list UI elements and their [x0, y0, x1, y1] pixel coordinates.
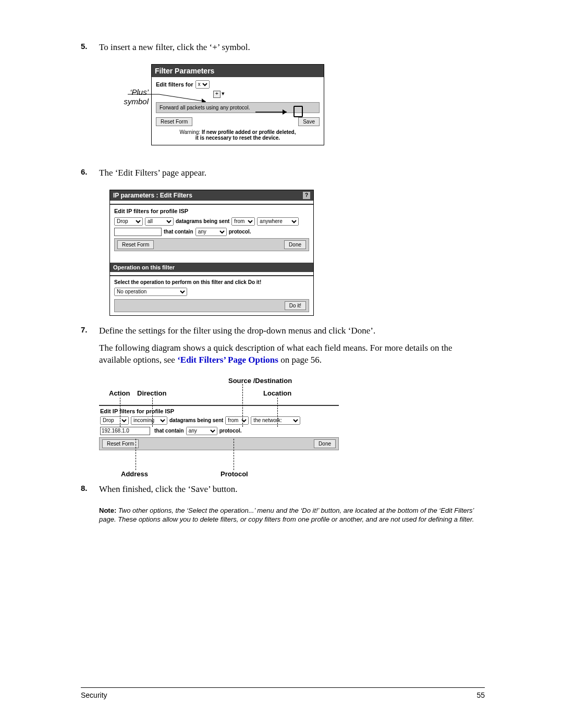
- save-button[interactable]: Save: [298, 117, 320, 126]
- label-direction: Direction: [137, 389, 166, 397]
- label-protocol: Protocol: [221, 470, 248, 478]
- location-select[interactable]: the network:: [251, 416, 300, 425]
- figure-field-annotations: Source /Destination Action Direction Loc…: [99, 377, 339, 476]
- reset-form-button[interactable]: Reset Form: [156, 117, 192, 126]
- reset-form-button[interactable]: Reset Form: [117, 240, 154, 249]
- step-number: 8.: [81, 484, 99, 501]
- protocol-select[interactable]: any: [195, 228, 227, 236]
- edit-filters-for-label: Edit filters for: [156, 81, 193, 88]
- direction-select[interactable]: all: [145, 217, 174, 226]
- datagrams-label: datagrams being sent: [169, 417, 223, 423]
- done-button[interactable]: Done: [314, 439, 336, 448]
- reset-form-button[interactable]: Reset Form: [102, 439, 139, 448]
- edit-filters-for-select[interactable]: x: [195, 80, 210, 89]
- section-heading: Operation on this filter: [110, 263, 313, 272]
- action-select[interactable]: Drop: [100, 416, 129, 425]
- step-text: When finished, click the ‘Save’ button.: [99, 484, 485, 496]
- note-block: Note: Two other options, the ‘Select the…: [99, 506, 485, 524]
- label-location: Location: [263, 389, 291, 397]
- datagrams-label: datagrams being sent: [176, 218, 229, 224]
- footer-section: Security: [81, 691, 107, 699]
- down-arrow-icon[interactable]: ▾: [222, 90, 225, 97]
- direction-select[interactable]: incoming: [131, 416, 167, 425]
- step-number: 5.: [81, 42, 99, 59]
- label-address: Address: [121, 470, 148, 478]
- paper-icon: [293, 106, 303, 117]
- that-contain-label: that contain: [154, 428, 184, 434]
- operation-select[interactable]: No operation: [114, 288, 187, 296]
- location-select[interactable]: anywhere: [257, 217, 299, 226]
- panel-title: IP parameters : Edit Filters: [113, 192, 192, 199]
- fromto-select[interactable]: from: [225, 416, 249, 425]
- help-icon[interactable]: ?: [303, 192, 310, 199]
- section-heading: Edit IP filters for profile ISP: [99, 406, 339, 416]
- cross-ref-link[interactable]: ‘Edit Filters’ Page Options: [177, 355, 278, 365]
- panel-title: Filter Parameters: [152, 65, 324, 77]
- warning-text: Warning: If new profile added or profile…: [156, 129, 320, 141]
- step-number: 6.: [81, 167, 99, 184]
- step-text: Define the settings for the filter using…: [99, 325, 485, 337]
- section-heading: Edit IP filters for profile ISP: [114, 208, 309, 214]
- figure-edit-filters: IP parameters : Edit Filters ? Edit IP f…: [99, 190, 485, 316]
- action-select[interactable]: Drop: [114, 217, 143, 226]
- protocol-select[interactable]: any: [186, 427, 217, 435]
- address-input[interactable]: [114, 228, 162, 236]
- protocol-label: protocol.: [229, 229, 251, 235]
- figure-filter-parameters: ‘Plus’ symbol Filter Parameters Edit fil…: [99, 64, 485, 158]
- page-number: 55: [476, 691, 485, 699]
- fromto-select[interactable]: from: [231, 217, 255, 226]
- do-it-button[interactable]: Do it!: [285, 301, 306, 310]
- address-input[interactable]: [100, 427, 150, 435]
- plus-icon[interactable]: +: [213, 91, 221, 98]
- step-text: To insert a new filter, click the ‘+’ sy…: [99, 42, 485, 54]
- step-text: The following diagram shows a quick desc…: [99, 342, 485, 366]
- that-contain-label: that contain: [164, 229, 193, 235]
- label-action: Action: [109, 389, 130, 397]
- protocol-label: protocol.: [219, 428, 242, 434]
- callout-plus-symbol: ‘Plus’ symbol: [104, 88, 149, 106]
- step-text: The ‘Edit Filters’ page appear.: [99, 167, 485, 179]
- step-number: 7.: [81, 325, 99, 372]
- operation-instruction: Select the operation to perform on this …: [114, 279, 309, 285]
- label-source-destination: Source /Destination: [228, 377, 292, 385]
- done-button[interactable]: Done: [284, 240, 306, 249]
